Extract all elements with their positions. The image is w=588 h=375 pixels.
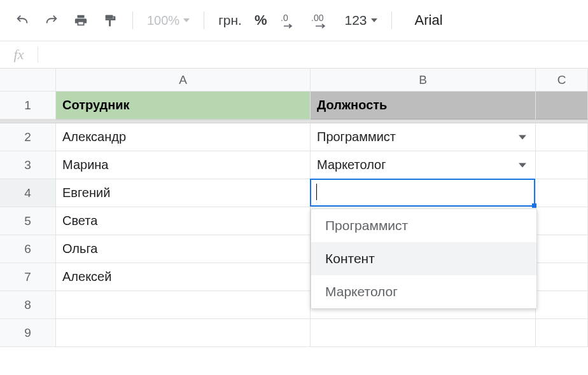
currency-label: грн. <box>218 13 242 28</box>
row-header-label: 6 <box>24 242 31 256</box>
row-header[interactable]: 7 <box>0 263 56 291</box>
dropdown-option-label: Контент <box>325 251 375 266</box>
cell-a2[interactable]: Александр <box>56 123 311 151</box>
cell-value: Марина <box>62 158 108 172</box>
toolbar-separator <box>204 11 204 29</box>
cell-value: Сотрудник <box>62 98 130 112</box>
row-header[interactable]: 6 <box>0 235 56 263</box>
cell-a3[interactable]: Марина <box>56 151 311 179</box>
cell-c3[interactable] <box>536 151 588 179</box>
row-header[interactable]: 4 <box>0 179 56 207</box>
dropdown-option[interactable]: Контент <box>311 242 536 275</box>
data-validation-dropdown[interactable]: Программист Контент Маркетолог <box>311 208 537 309</box>
row-header-label: 1 <box>24 99 31 112</box>
column-header-label: A <box>179 73 187 87</box>
row-header-label: 8 <box>24 298 31 312</box>
dropdown-option[interactable]: Программист <box>311 209 536 242</box>
cell-a7[interactable]: Алексей <box>56 263 311 291</box>
column-header-c[interactable]: C <box>536 69 588 92</box>
cell-a9[interactable] <box>56 319 311 347</box>
paint-format-button[interactable] <box>99 10 121 31</box>
column-header-label: B <box>419 73 427 87</box>
dropdown-option-label: Программист <box>325 218 408 233</box>
cell-c4[interactable] <box>536 179 588 207</box>
row-header[interactable]: 1 <box>0 92 56 119</box>
font-family-dropdown[interactable]: Arial <box>403 12 445 29</box>
dropdown-arrow-icon[interactable] <box>519 161 526 169</box>
toolbar: 100% грн. % .0 .00 123 Arial <box>0 0 588 41</box>
redo-button[interactable] <box>41 10 62 31</box>
caret-down-icon <box>183 17 190 24</box>
format-currency-button[interactable]: грн. <box>216 13 244 28</box>
caret-down-icon <box>371 17 377 24</box>
row-header[interactable]: 5 <box>0 207 56 235</box>
row-header-label: 7 <box>24 270 31 284</box>
cell-c2[interactable] <box>536 123 588 151</box>
column-header-label: C <box>557 73 566 87</box>
cell-a5[interactable]: Света <box>56 207 311 235</box>
cell-value: Должность <box>317 98 387 112</box>
formula-input[interactable] <box>38 41 588 68</box>
print-icon <box>74 13 88 27</box>
cell-value: Александр <box>62 130 126 144</box>
cell-c7[interactable] <box>536 263 588 291</box>
cell-b9[interactable] <box>311 319 536 347</box>
select-all-corner[interactable] <box>0 69 56 92</box>
decrease-decimal-button[interactable]: .0 <box>277 10 300 31</box>
format-percent-button[interactable]: % <box>252 12 270 29</box>
cell-c8[interactable] <box>536 291 588 319</box>
increase-decimal-button[interactable]: .00 <box>308 10 335 31</box>
dropdown-option-label: Маркетолог <box>325 284 398 299</box>
zoom-dropdown[interactable]: 100% <box>144 13 192 28</box>
font-family-label: Arial <box>415 12 443 29</box>
row-header-label: 3 <box>24 158 31 172</box>
row-header-label: 5 <box>24 214 31 228</box>
row-header[interactable]: 9 <box>0 319 56 347</box>
cell-b1[interactable]: Должность <box>311 92 536 119</box>
cell-a1[interactable]: Сотрудник <box>56 92 311 119</box>
dropdown-arrow-icon[interactable] <box>519 133 526 141</box>
dropdown-option[interactable]: Маркетолог <box>311 275 536 308</box>
cell-value: Алексей <box>62 269 111 284</box>
row-header-label: 9 <box>24 326 31 340</box>
column-header-b[interactable]: B <box>311 69 536 92</box>
more-formats-dropdown[interactable]: 123 <box>342 13 380 28</box>
cell-c5[interactable] <box>536 207 588 235</box>
redo-icon <box>45 13 59 27</box>
row-header[interactable]: 2 <box>0 123 56 151</box>
cell-value: Ольга <box>62 242 97 256</box>
formula-bar: fx <box>0 41 588 69</box>
increase-decimal-icon: .00 <box>311 12 332 29</box>
row-header-label: 4 <box>24 186 31 200</box>
cell-b2[interactable]: Программист <box>311 123 536 151</box>
zoom-label: 100% <box>147 13 179 28</box>
undo-icon <box>15 13 29 27</box>
cell-a6[interactable]: Ольга <box>56 235 311 263</box>
cell-b4[interactable] <box>311 179 536 207</box>
row-header-label: 2 <box>24 130 31 144</box>
cell-value: Маркетолог <box>317 158 386 172</box>
row-header[interactable]: 8 <box>0 291 56 319</box>
print-button[interactable] <box>70 10 92 31</box>
undo-button[interactable] <box>11 10 33 31</box>
cell-b3[interactable]: Маркетолог <box>311 151 536 179</box>
fx-label: fx <box>0 46 38 63</box>
percent-label: % <box>255 12 267 29</box>
more-formats-label: 123 <box>345 13 367 28</box>
cell-value: Света <box>62 214 97 228</box>
cell-a4[interactable]: Евгений <box>56 179 311 207</box>
toolbar-separator <box>132 11 133 29</box>
cell-a8[interactable] <box>56 291 311 319</box>
column-header-a[interactable]: A <box>56 69 311 92</box>
cell-value: Программист <box>317 130 396 144</box>
cell-c1[interactable] <box>536 92 588 119</box>
svg-text:.0: .0 <box>281 13 288 23</box>
paint-format-icon <box>103 13 117 27</box>
svg-rect-0 <box>106 15 113 19</box>
decrease-decimal-icon: .0 <box>280 12 298 29</box>
svg-text:.00: .00 <box>311 13 324 23</box>
cell-c6[interactable] <box>536 235 588 263</box>
row-header[interactable]: 3 <box>0 151 56 179</box>
cell-value: Евгений <box>62 186 110 200</box>
cell-c9[interactable] <box>536 319 588 347</box>
